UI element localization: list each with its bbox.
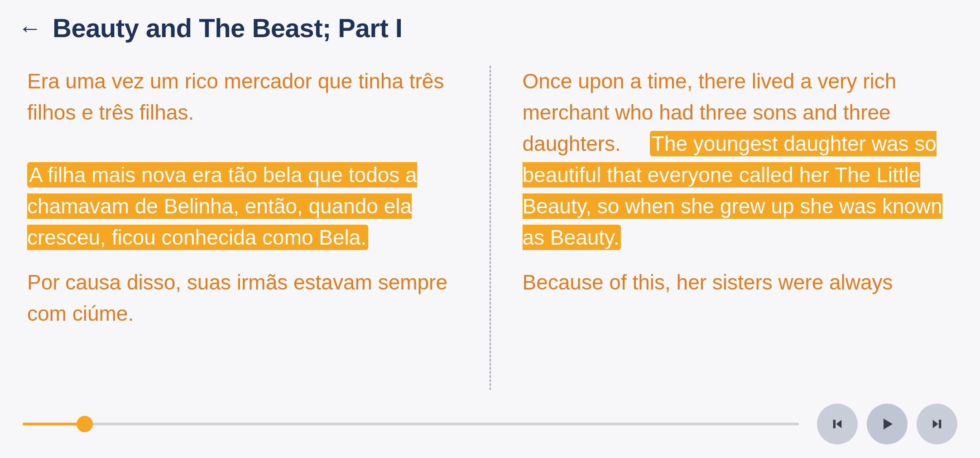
- forward-button[interactable]: [917, 404, 957, 444]
- play-button[interactable]: [867, 404, 908, 444]
- header: ← Beauty and The Beast; Part I: [0, 0, 980, 52]
- left-column: Era uma vez um rico mercador que tinha t…: [27, 66, 485, 390]
- progress-container[interactable]: [23, 423, 799, 425]
- svg-marker-3: [933, 420, 938, 429]
- play-icon: [880, 417, 894, 431]
- right-paragraph-1: Once upon a time, there lived a very ric…: [523, 66, 953, 253]
- page-title: Beauty and The Beast; Part I: [53, 13, 402, 43]
- progress-track[interactable]: [23, 423, 799, 425]
- svg-marker-0: [836, 420, 841, 429]
- progress-fill: [23, 423, 85, 425]
- player-controls: [817, 404, 957, 444]
- left-highlighted-text: A filha mais nova era tão bela que todos…: [27, 162, 417, 250]
- left-plain-text-3: Por causa disso, suas irmãs estavam semp…: [27, 270, 447, 325]
- left-plain-text-1: Era uma vez um rico mercador que tinha t…: [27, 69, 444, 124]
- forward-icon: [930, 417, 944, 431]
- content-area: Era uma vez um rico mercador que tinha t…: [0, 52, 980, 390]
- progress-thumb: [77, 416, 93, 432]
- svg-rect-1: [833, 420, 836, 429]
- svg-rect-4: [939, 420, 941, 429]
- left-paragraph-1: Era uma vez um rico mercador que tinha t…: [27, 66, 458, 253]
- rewind-icon: [830, 417, 845, 431]
- player-bar: [0, 390, 980, 458]
- right-paragraph-2: Because of this, her sisters were always: [523, 267, 953, 298]
- svg-marker-2: [884, 419, 893, 429]
- right-plain-text-2: Because of this, her sisters were always: [523, 270, 893, 294]
- right-column: Once upon a time, there lived a very ric…: [495, 66, 953, 390]
- back-button[interactable]: ←: [18, 16, 42, 40]
- rewind-button[interactable]: [817, 404, 858, 444]
- column-divider: [490, 66, 491, 390]
- left-paragraph-2: Por causa disso, suas irmãs estavam semp…: [27, 267, 458, 329]
